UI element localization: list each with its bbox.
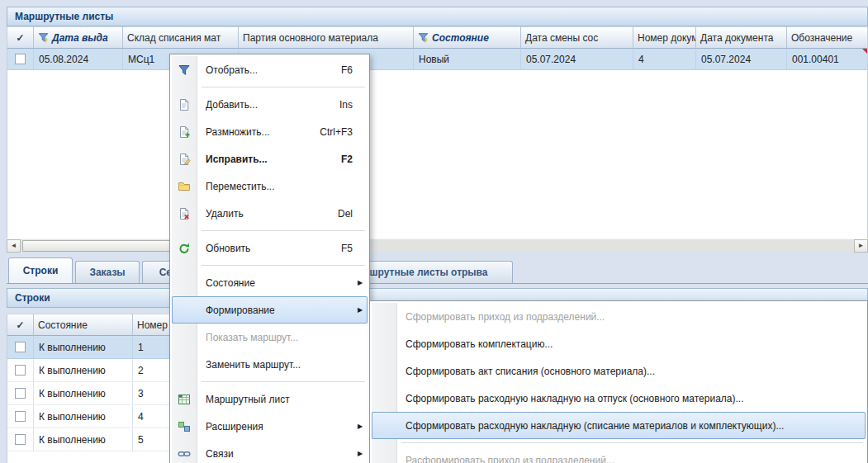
menu-item-label: Сформировать комплектацию...: [406, 338, 851, 350]
scroll-right-icon: ►: [858, 242, 865, 249]
route-sheets-grid-body: 05.08.2024МСц1Новый05.07.2024405.07.2024…: [7, 49, 867, 70]
rows-cell-state: К выполнению: [34, 405, 133, 428]
context-menu-item-add[interactable]: Добавить...Ins: [172, 91, 368, 118]
menu-item-label: Маршрутный лист: [206, 394, 353, 405]
header-filter-icon: [38, 32, 49, 43]
menu-item-label: Размножить...: [206, 126, 320, 138]
submenu-item-form-writeoff-act[interactable]: Сформировать акт списания (основного мат…: [372, 357, 866, 385]
column-header-writeoff-warehouse[interactable]: Склад списания мат: [123, 26, 239, 49]
rows-cell-state: К выполнению: [34, 359, 133, 381]
context-menu-item-show-route[interactable]: Показать маршрут...: [172, 324, 368, 351]
column-header-label: Номер: [137, 319, 168, 331]
submenu-item-form-issue-invoice[interactable]: Сформировать расходную накладную на отпу…: [372, 385, 866, 412]
context-menu-item-replace-route[interactable]: Заменить маршрут...: [172, 351, 368, 378]
menu-item-label: Формирование: [206, 305, 353, 316]
column-header-designation[interactable]: Обозначение: [787, 26, 868, 49]
column-header-check[interactable]: ✓: [7, 26, 34, 49]
menu-item-label: Состояние: [206, 277, 353, 289]
horizontal-scrollbar[interactable]: ◄ ►: [7, 239, 868, 252]
column-header-label: Состояние: [38, 319, 88, 331]
tab-label: Заказы: [89, 267, 125, 278]
route-sheet-row[interactable]: 05.08.2024МСц1Новый05.07.2024405.07.2024…: [7, 49, 867, 70]
column-header-label: Номер докум: [638, 32, 696, 44]
column-header-main-material-batch[interactable]: Партия основного материала: [239, 26, 414, 49]
tab-label: Строки: [23, 265, 59, 276]
context-menu-item-filter[interactable]: Отобрать...F6: [172, 56, 368, 83]
menu-item-label: Заменить маршрут...: [206, 359, 353, 371]
submenu-item-form-kitting[interactable]: Сформировать комплектацию...: [372, 330, 866, 357]
context-menu-item-refresh[interactable]: ОбновитьF5: [172, 234, 368, 262]
submenu-arrow-icon: ▶: [358, 279, 368, 286]
menu-item-label: Расформировать приход из подразделений..…: [406, 455, 851, 463]
scroll-right-button[interactable]: ►: [854, 239, 868, 253]
column-header-state[interactable]: Состояние: [34, 314, 133, 336]
rows-cell-check: [7, 428, 34, 451]
context-menu-item-edit[interactable]: Исправить...F2: [172, 145, 368, 172]
row-checkbox[interactable]: [15, 411, 26, 422]
route-sheet-cell-doc-number: 4: [633, 49, 696, 69]
context-menu-item-extensions[interactable]: Расширения▶: [172, 413, 368, 440]
context-menu-item-route-sheet[interactable]: Маршрутный лист: [172, 385, 368, 413]
rows-cell-check: [7, 382, 34, 404]
column-header-label: Дата документа: [700, 32, 773, 44]
context-menu-item-links[interactable]: Связи▶: [172, 440, 368, 463]
column-header-doc-number[interactable]: Номер докум: [633, 26, 696, 49]
column-header-label: Дата смены сос: [525, 32, 598, 44]
row-checkbox[interactable]: [15, 365, 26, 376]
context-menu-item-formation[interactable]: Формирование▶: [172, 296, 368, 324]
rows-cell-check: [7, 336, 34, 358]
submenu-arrow-icon: ▶: [358, 450, 368, 457]
context-menu-item-move[interactable]: Переместить...: [172, 172, 368, 200]
menu-item-shortcut: Ctrl+F3: [320, 126, 353, 138]
column-header-doc-date[interactable]: Дата документа: [696, 26, 787, 49]
context-menu-separator: [202, 265, 365, 266]
row-checkbox[interactable]: [15, 342, 26, 352]
scroll-left-icon: ◄: [11, 242, 17, 249]
context-menu-item-state[interactable]: Состояние▶: [172, 269, 368, 296]
extensions-icon: [172, 420, 197, 433]
rows-cell-check: [7, 405, 34, 428]
row-checkbox[interactable]: [15, 434, 26, 445]
column-header-state[interactable]: Состояние: [414, 26, 521, 49]
tab-orders[interactable]: Заказы: [75, 261, 140, 283]
route-sheets-grid-header: ✓Дата выдаСклад списания матПартия основ…: [7, 26, 867, 49]
tab-rows[interactable]: Строки: [8, 257, 73, 283]
route-sheet-cell-state-change-date: 05.07.2024: [521, 49, 633, 69]
column-header-label: Состояние: [432, 32, 489, 44]
column-header-state-change-date[interactable]: Дата смены сос: [521, 26, 633, 49]
menu-item-label: Сформировать акт списания (основного мат…: [406, 366, 851, 377]
context-menu-item-delete[interactable]: УдалитьDel: [172, 200, 368, 227]
menu-item-label: Исправить...: [206, 154, 341, 165]
row-checkbox[interactable]: [15, 54, 26, 64]
submenu-separator: [401, 442, 863, 443]
check-all-icon: ✓: [16, 319, 24, 331]
submenu-item-form-writeoff-invoice[interactable]: Сформировать расходную накладную (списан…: [372, 412, 866, 439]
red-corner-marker: [862, 49, 868, 54]
folder-move-icon: [172, 180, 197, 193]
submenu-item-unform-incoming[interactable]: Расформировать приход из подразделений..…: [372, 446, 866, 463]
submenu-item-form-incoming[interactable]: Сформировать приход из подразделений...: [372, 303, 866, 330]
menu-item-label: Удалить: [206, 208, 338, 220]
column-header-issue-date[interactable]: Дата выда: [34, 26, 123, 49]
bottom-tabbar: СтрокиЗаказыСерМаршрутные листы отрыва: [7, 257, 868, 284]
menu-item-shortcut: F2: [341, 154, 353, 165]
column-header-label: Обозначение: [791, 32, 852, 44]
scroll-left-button[interactable]: ◄: [7, 239, 21, 253]
submenu-arrow-icon: ▶: [358, 423, 368, 430]
column-header-check[interactable]: ✓: [7, 314, 34, 336]
route-sheet-cell-state: Новый: [414, 49, 521, 69]
menu-item-label: Сформировать расходную накладную на отпу…: [406, 393, 851, 404]
filter-icon: [172, 64, 197, 77]
header-filter-icon: [418, 32, 429, 43]
column-header-label: Склад списания мат: [127, 32, 221, 44]
spreadsheet-icon: [172, 393, 197, 406]
context-menu: Отобрать...F6Добавить...InsРазмножить...…: [169, 54, 370, 463]
formation-submenu: Сформировать приход из подразделений...С…: [369, 300, 868, 463]
context-menu-item-duplicate[interactable]: Размножить...Ctrl+F3: [172, 118, 368, 145]
route-sheet-cell-designation: 001.00401: [787, 49, 868, 69]
context-menu-separator: [202, 230, 365, 231]
menu-item-label: Обновить: [206, 243, 341, 254]
submenu-arrow-icon: ▶: [358, 306, 368, 314]
row-checkbox[interactable]: [15, 388, 26, 399]
menu-item-shortcut: F6: [341, 64, 353, 76]
